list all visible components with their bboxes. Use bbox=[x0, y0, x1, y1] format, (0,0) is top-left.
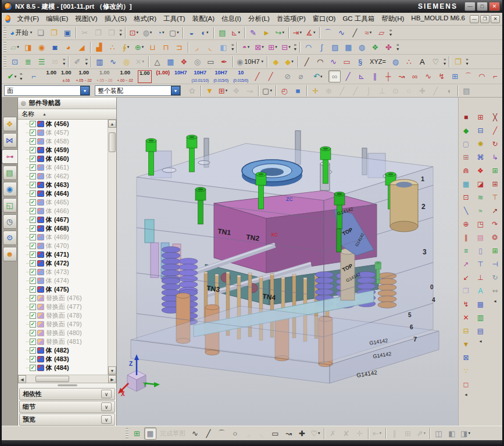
task-environment-icon[interactable]: ⊞ bbox=[131, 427, 143, 440]
checkbox-icon[interactable]: ✓ bbox=[30, 278, 36, 284]
overflow-button[interactable]: »▾ bbox=[85, 57, 87, 66]
menu-item[interactable]: 格式(R) bbox=[130, 13, 160, 24]
edit-object-display-icon[interactable]: ✎ bbox=[247, 27, 259, 39]
scrollbar-thumb[interactable] bbox=[35, 376, 69, 382]
overflow-button[interactable]: »▾ bbox=[231, 43, 234, 51]
snap-center-icon[interactable]: ⊙ bbox=[389, 85, 402, 97]
checkbox-icon[interactable]: ✓ bbox=[30, 217, 36, 223]
toolbar-grip[interactable] bbox=[126, 428, 128, 439]
arc2-icon[interactable]: ◠ bbox=[476, 70, 488, 82]
part-navigator-item[interactable]: ╌✓体 (463) bbox=[18, 181, 108, 189]
n-sided-icon[interactable]: ◍ bbox=[356, 41, 368, 53]
pattern-cube-icon[interactable]: ⊞ bbox=[449, 70, 461, 82]
snap-midpoint-icon[interactable]: ╱ bbox=[336, 85, 348, 97]
return-icon[interactable]: ↶▾ bbox=[312, 70, 324, 82]
revolve-icon[interactable]: ◉ bbox=[35, 41, 48, 53]
overflow-button[interactable]: »▾ bbox=[466, 57, 468, 66]
circle-tool-icon[interactable]: ○ bbox=[229, 427, 241, 440]
parting-target-icon[interactable]: ⊕ bbox=[460, 218, 473, 230]
scroll-up-icon[interactable]: ▲ bbox=[108, 120, 116, 128]
menu-item[interactable]: GC 工具箱 bbox=[339, 13, 378, 24]
overflow-button[interactable]: »▾ bbox=[63, 57, 65, 66]
fit-10h7-stack-button[interactable]: 10H7(10.01/10) bbox=[190, 70, 211, 83]
datum-list-icon[interactable]: ▤ bbox=[216, 27, 228, 39]
part-navigator-item[interactable]: ╌✓体 (473) bbox=[18, 268, 108, 276]
part-navigator-item[interactable]: ╌✓体 (482) bbox=[18, 346, 108, 355]
diameter-icon[interactable]: ⌀ bbox=[295, 70, 307, 82]
chevron-down-icon[interactable]: ∨ bbox=[101, 415, 112, 424]
rapid-dimension-icon[interactable]: ⇤▾ bbox=[371, 427, 383, 440]
history-tab[interactable]: ◷ bbox=[3, 214, 17, 229]
sketch-icon[interactable]: ▱▾ bbox=[9, 41, 21, 53]
thicken-icon[interactable]: ⊓ bbox=[160, 41, 172, 53]
wire-icon[interactable]: ✕▾ bbox=[134, 56, 146, 68]
boss-icon[interactable]: ▟ bbox=[93, 41, 105, 53]
tangent-icon[interactable]: ∿ bbox=[422, 70, 434, 82]
display-mode-icon[interactable]: ⊡ bbox=[9, 56, 21, 68]
note-box-icon[interactable]: ▭ bbox=[205, 56, 217, 68]
sketch-point-icon[interactable]: ⊾ bbox=[355, 70, 367, 82]
ruled-icon[interactable]: ▨ bbox=[329, 41, 341, 53]
checkbox-icon[interactable]: ✓ bbox=[30, 156, 36, 162]
wave-link-icon[interactable]: ❐ bbox=[452, 56, 464, 68]
fit-10h7-button[interactable]: 10H7 bbox=[173, 70, 189, 83]
move-object-icon[interactable]: ↪▾ bbox=[274, 27, 286, 39]
mold-tools-icon[interactable]: ▦ bbox=[460, 178, 473, 190]
insert-cards-icon[interactable]: ❐ bbox=[460, 285, 473, 297]
checkbox-icon[interactable]: ✓ bbox=[30, 269, 36, 275]
filter-funnel-icon[interactable]: ▼ bbox=[203, 85, 216, 97]
paste-icon[interactable]: ❒ bbox=[105, 27, 117, 39]
unite-icon[interactable]: ⊔ bbox=[146, 41, 159, 53]
concentric-icon[interactable]: ∞ bbox=[409, 70, 421, 82]
film-icon[interactable]: ▤ bbox=[460, 85, 473, 97]
type-filter-select[interactable]: 面 ▼ bbox=[4, 85, 90, 96]
rotate-small-icon[interactable]: ↻ bbox=[489, 271, 502, 283]
part-navigator-item[interactable]: ╌✓体 (461) bbox=[18, 163, 108, 172]
measure-angle-icon[interactable]: ∡▾ bbox=[305, 27, 317, 39]
tol-plain-button[interactable]: 1.00 bbox=[44, 70, 58, 83]
t-small-icon[interactable]: ⊣ bbox=[489, 258, 502, 270]
constraint-icon[interactable]: ↯ bbox=[435, 70, 448, 82]
auto-constrain-icon[interactable]: ⊞ bbox=[402, 427, 414, 440]
finish-sketch-label[interactable]: 完成草图 bbox=[158, 427, 188, 440]
slope-icon[interactable]: ╱ bbox=[251, 70, 263, 82]
start-button[interactable]: ◕开始▾ bbox=[9, 27, 33, 39]
graphics-viewport[interactable]: TN1TN2TN3TN4XCZCG14142G14142TOPTOPG14142… bbox=[117, 98, 458, 426]
corner1-icon[interactable]: ⌐ bbox=[489, 70, 501, 82]
mold-csys-icon[interactable]: ◆ bbox=[460, 124, 473, 136]
cavity-layout-icon[interactable]: ⊞ bbox=[460, 151, 473, 163]
curve-rule-icon[interactable]: ↝ bbox=[244, 85, 256, 97]
checkbox-icon[interactable]: ✓ bbox=[30, 243, 36, 249]
point-on-curve-icon[interactable]: ↝ bbox=[395, 70, 408, 82]
rotate-cw-icon[interactable]: ↻ bbox=[489, 138, 502, 150]
menu-item[interactable]: 编辑(E) bbox=[42, 13, 72, 24]
law-curve-icon[interactable]: ≈▾ bbox=[362, 27, 374, 39]
quick-trim-icon[interactable]: ✗ bbox=[327, 427, 339, 440]
gold-block-icon[interactable]: ◆ bbox=[270, 56, 282, 68]
line-tool-icon[interactable]: ╱ bbox=[202, 427, 215, 440]
quad-red-icon[interactable]: ⊞ bbox=[489, 178, 502, 190]
heart-icon[interactable]: ♡ bbox=[430, 56, 442, 68]
wire-cube-icon[interactable]: ◻ bbox=[460, 378, 473, 390]
filter-add-icon[interactable]: ⊞▾ bbox=[217, 85, 229, 97]
checkbox-icon[interactable]: ✓ bbox=[30, 251, 36, 258]
sort-ascending-icon[interactable]: ▲ bbox=[42, 112, 47, 116]
intersect-icon[interactable]: ┼ bbox=[382, 70, 394, 82]
chamfer-icon[interactable]: ◟ bbox=[204, 41, 216, 53]
arc-tool-icon[interactable]: ⌒ bbox=[216, 427, 228, 440]
checkbox-icon[interactable]: ✓ bbox=[30, 365, 36, 371]
menu-item[interactable]: HB_MOULD M6.6 bbox=[408, 13, 469, 24]
fillet-tool-icon[interactable]: ◞ bbox=[242, 427, 255, 440]
clip-section-icon[interactable]: ◐▾ bbox=[199, 27, 211, 39]
hook-icon[interactable]: ↷ bbox=[489, 218, 502, 230]
convert-icon[interactable]: ◫ bbox=[432, 427, 445, 440]
close-button[interactable]: ✕ bbox=[489, 2, 500, 11]
tol-sym-button[interactable]: 1.00±.06 bbox=[59, 70, 73, 83]
menu-item[interactable]: 窗口(O) bbox=[309, 13, 339, 24]
title-bar[interactable]: NX 8.5 - 建模 - [001-11.prt （修改的）] SIEMENS… bbox=[2, 0, 502, 13]
chevron-down-icon[interactable]: ▼ bbox=[171, 86, 180, 95]
pellet-icon[interactable]: ∵ bbox=[460, 365, 473, 377]
copy-icon[interactable]: ❐ bbox=[92, 27, 104, 39]
fillet-icon[interactable]: ◞ bbox=[191, 41, 203, 53]
swoop-icon[interactable]: ✤ bbox=[383, 41, 395, 53]
